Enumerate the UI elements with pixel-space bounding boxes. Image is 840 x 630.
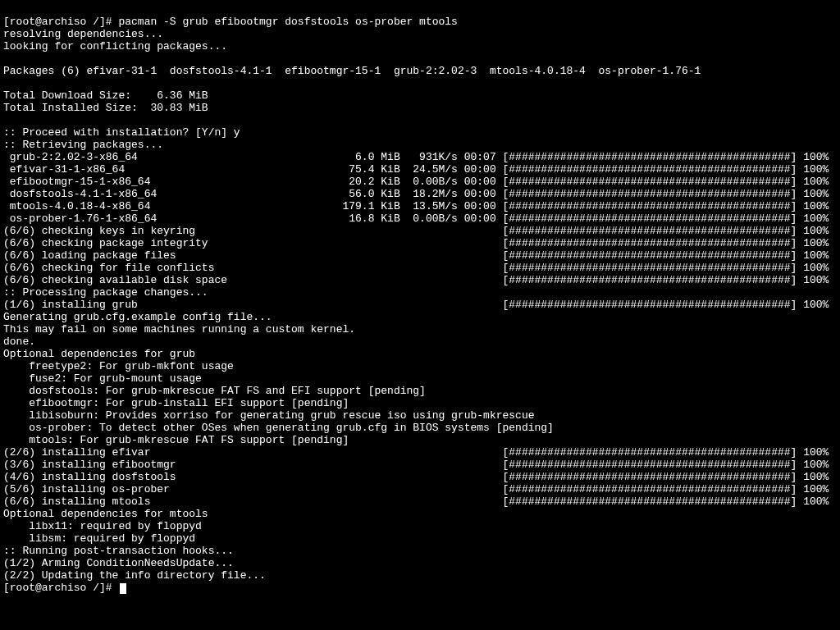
total-download-size: Total Download Size: 6.36 MiB [3, 89, 208, 102]
optional-dep: os-prober: To detect other OSes when gen… [3, 422, 554, 434]
install-progress: (3/6) installing efibootmgr [###########… [3, 459, 829, 471]
install-progress: (6/6) installing mtools [###############… [3, 495, 829, 508]
blank-line [3, 77, 10, 89]
download-progress: efibootmgr-15-1-x86_64 20.2 KiB 0.00B/s … [3, 176, 829, 188]
shell-prompt: [root@archiso /]# [3, 582, 118, 594]
check-progress: (6/6) checking for file conflicts [#####… [3, 262, 829, 274]
optional-deps-header: Optional dependencies for grub [3, 348, 195, 360]
prompt-line: [root@archiso /]# pacman -S grub efiboot… [3, 16, 458, 28]
cursor-icon [120, 583, 126, 594]
check-progress: (6/6) checking package integrity [######… [3, 237, 829, 249]
hooks-header: :: Running post-transaction hooks... [3, 545, 234, 557]
check-progress: (6/6) checking available disk space [###… [3, 274, 829, 286]
install-progress: (1/6) installing grub [#################… [3, 299, 829, 311]
optional-deps-header: Optional dependencies for mtools [3, 508, 208, 520]
download-progress: efivar-31-1-x86_64 75.4 KiB 24.5M/s 00:0… [3, 163, 829, 176]
install-progress: (5/6) installing os-prober [############… [3, 483, 829, 495]
command-text: pacman -S grub efibootmgr dosfstools os-… [118, 16, 457, 28]
optional-dep: efibootmgr: For grub-install EFI support… [3, 397, 349, 409]
blank-line [3, 114, 10, 126]
processing-header: :: Processing package changes... [3, 286, 208, 299]
output-line: This may fail on some machines running a… [3, 323, 355, 336]
optional-dep: fuse2: For grub-mount usage [3, 372, 202, 385]
optional-dep: dosfstools: For grub-mkrescue FAT FS and… [3, 385, 426, 397]
output-line: Generating grub.cfg.example config file.… [3, 311, 272, 323]
prompt-line[interactable]: [root@archiso /]# [3, 582, 126, 594]
optional-dep: mtools: For grub-mkrescue FAT FS support… [3, 434, 349, 446]
install-progress: (4/6) installing dosfstools [###########… [3, 471, 829, 483]
optional-dep: freetype2: For grub-mkfont usage [3, 360, 234, 372]
terminal-output[interactable]: [root@archiso /]# pacman -S grub efiboot… [0, 0, 840, 597]
output-line: looking for conflicting packages... [3, 40, 227, 52]
output-line: resolving dependencies... [3, 28, 163, 40]
hook-line: (2/2) Updating the info directory file..… [3, 569, 266, 582]
shell-prompt: [root@archiso /]# [3, 16, 118, 28]
packages-list: Packages (6) efivar-31-1 dosfstools-4.1-… [3, 65, 701, 77]
blank-line [3, 52, 10, 65]
download-progress: mtools-4.0.18-4-x86_64 179.1 KiB 13.5M/s… [3, 200, 829, 212]
install-progress: (2/6) installing efivar [###############… [3, 446, 829, 459]
download-progress: dosfstools-4.1-1-x86_64 56.0 KiB 18.2M/s… [3, 188, 829, 200]
output-line: done. [3, 336, 35, 348]
download-progress: grub-2:2.02-3-x86_64 6.0 MiB 931K/s 00:0… [3, 151, 829, 163]
check-progress: (6/6) loading package files [###########… [3, 249, 829, 262]
retrieving-header: :: Retrieving packages... [3, 139, 163, 151]
hook-line: (1/2) Arming ConditionNeedsUpdate... [3, 557, 234, 569]
optional-dep: libsm: required by floppyd [3, 532, 195, 545]
check-progress: (6/6) checking keys in keyring [########… [3, 225, 829, 237]
download-progress: os-prober-1.76-1-x86_64 16.8 KiB 0.00B/s… [3, 212, 829, 225]
total-installed-size: Total Installed Size: 30.83 MiB [3, 102, 208, 114]
proceed-prompt: :: Proceed with installation? [Y/n] y [3, 126, 240, 139]
optional-dep: libisoburn: Provides xorriso for generat… [3, 409, 535, 422]
optional-dep: libx11: required by floppyd [3, 520, 202, 532]
